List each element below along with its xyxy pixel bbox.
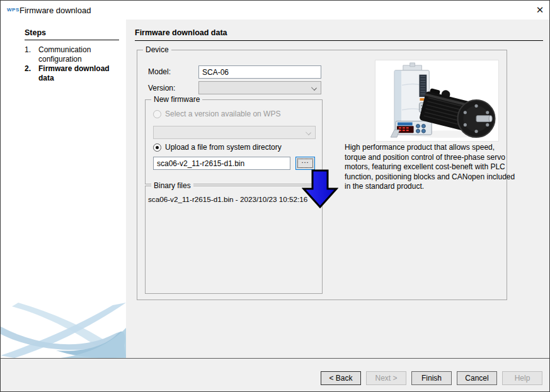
swoosh-decoration	[1, 301, 126, 358]
radio-upload-file[interactable]: Upload a file from system directory	[153, 143, 282, 152]
model-label: Model:	[148, 67, 171, 76]
device-group: Device Model: Version: New firmware Sele…	[137, 50, 507, 300]
new-firmware-group-legend: New firmware	[151, 96, 202, 104]
help-button: Help	[502, 371, 542, 385]
step-number: 2.	[25, 64, 38, 83]
product-photo	[375, 60, 498, 141]
cancel-button[interactable]: Cancel	[457, 371, 497, 385]
chevron-down-icon	[311, 85, 317, 91]
finish-button[interactable]: Finish	[411, 371, 452, 385]
wizard-button-bar: < Back Next > Finish Cancel Help	[1, 359, 549, 392]
close-button[interactable]: ✕	[530, 1, 549, 19]
step-label: Communication configuration	[38, 45, 118, 64]
version-label: Version:	[148, 84, 175, 92]
product-photo-frame	[375, 60, 499, 142]
wps-app-icon: WPS	[7, 7, 20, 13]
radio-button-icon	[153, 110, 161, 118]
version-dropdown[interactable]	[198, 81, 321, 94]
step-label: Firmware download data	[38, 64, 118, 83]
radio-label: Select a version available on WPS	[165, 109, 280, 118]
steps-list: 1. Communication configuration 2. Firmwa…	[25, 45, 120, 83]
device-group-legend: Device	[143, 46, 171, 54]
radio-label: Upload a file from system directory	[165, 143, 282, 152]
title-bar: WPS Firmware download ✕	[1, 1, 549, 20]
chevron-down-icon	[306, 130, 311, 135]
back-button[interactable]: < Back	[321, 371, 361, 385]
content-panel: Firmware download data Device Model: Ver…	[126, 20, 549, 358]
window-title: Firmware download	[20, 6, 91, 15]
sidebar-item-communication-configuration: 1. Communication configuration	[25, 45, 120, 64]
radio-button-icon	[153, 143, 161, 152]
step-number: 1.	[25, 45, 38, 64]
product-description: High performance product that allows spe…	[345, 143, 516, 192]
page-title: Firmware download data	[135, 28, 543, 41]
next-button: Next >	[366, 371, 406, 385]
firmware-download-dialog: WPS Firmware download ✕ Steps 1. Communi…	[0, 0, 550, 392]
sidebar-item-firmware-download-data: 2. Firmware download data	[25, 64, 120, 83]
radio-select-version-wps: Select a version available on WPS	[153, 109, 280, 118]
wps-version-dropdown	[153, 126, 316, 139]
close-icon: ✕	[536, 4, 544, 16]
firmware-file-field[interactable]	[153, 157, 290, 170]
steps-sidebar: Steps 1. Communication configuration 2. …	[1, 20, 126, 358]
browse-button[interactable]: ...	[295, 157, 315, 170]
ellipsis-icon: ...	[301, 157, 309, 164]
model-field[interactable]	[198, 65, 321, 79]
binary-files-group: Binary files sca06-v2_11-r2615-d1.bin - …	[145, 186, 323, 294]
steps-heading: Steps	[25, 28, 119, 40]
binary-file-list-item[interactable]: sca06-v2_11-r2615-d1.bin - 2023/10/23 10…	[148, 195, 321, 203]
download-arrow-annotation	[302, 169, 338, 210]
new-firmware-group: New firmware Select a version available …	[145, 99, 323, 184]
binary-files-group-legend: Binary files	[151, 182, 193, 190]
